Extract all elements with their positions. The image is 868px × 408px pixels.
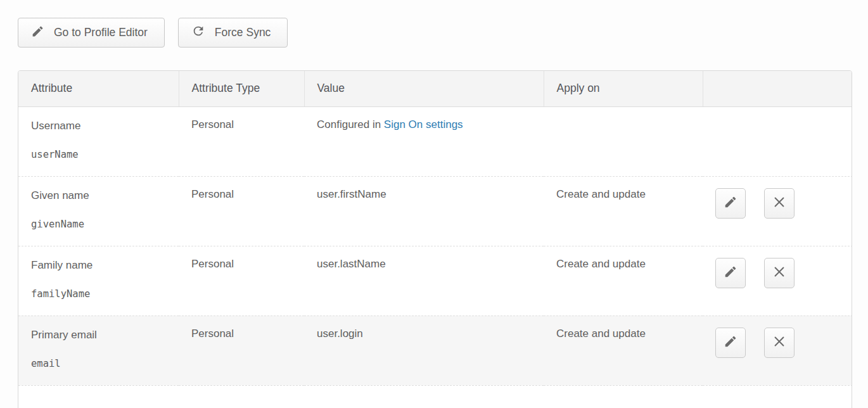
table-row: Primary email email Personal user.login … bbox=[18, 316, 852, 385]
attribute-cell: Primary email email bbox=[18, 316, 179, 385]
pencil-icon bbox=[31, 25, 44, 41]
attribute-type-cell: Personal bbox=[179, 246, 304, 316]
go-to-profile-editor-label: Go to Profile Editor bbox=[54, 26, 148, 39]
force-sync-button[interactable]: Force Sync bbox=[178, 18, 288, 48]
header-attribute-type: Attribute Type bbox=[179, 71, 304, 106]
attribute-cell: Given name givenName bbox=[18, 176, 179, 246]
delete-attribute-button[interactable] bbox=[764, 188, 795, 219]
table-row bbox=[18, 385, 852, 408]
close-icon bbox=[772, 265, 786, 281]
attribute-mapping-table: Attribute Attribute Type Value Apply on … bbox=[18, 70, 852, 408]
actions-cell bbox=[703, 246, 852, 316]
header-value: Value bbox=[304, 71, 544, 106]
attribute-name: email bbox=[31, 357, 166, 370]
table-row: Family name familyName Personal user.las… bbox=[18, 246, 852, 316]
attribute-type-cell: Personal bbox=[179, 106, 304, 176]
delete-attribute-button[interactable] bbox=[764, 328, 795, 358]
attribute-name: givenName bbox=[31, 218, 166, 231]
edit-attribute-button[interactable] bbox=[715, 258, 746, 288]
attribute-name: userName bbox=[31, 148, 166, 161]
close-icon bbox=[772, 335, 786, 350]
value-cell: user.lastName bbox=[304, 246, 544, 316]
attribute-type-cell: Personal bbox=[179, 316, 304, 385]
attribute-type-cell: Personal bbox=[179, 176, 304, 246]
table-row: Given name givenName Personal user.first… bbox=[18, 176, 852, 246]
attribute-cell: Username userName bbox=[18, 106, 179, 176]
attribute-label: Given name bbox=[31, 188, 166, 203]
edit-attribute-button[interactable] bbox=[715, 188, 746, 219]
header-attribute: Attribute bbox=[18, 71, 179, 106]
edit-attribute-button[interactable] bbox=[715, 328, 746, 358]
header-apply-on: Apply on bbox=[544, 71, 703, 106]
value-cell: user.login bbox=[304, 316, 544, 385]
attribute-label: Primary email bbox=[31, 328, 166, 343]
actions-cell bbox=[703, 176, 852, 246]
apply-on-cell: Create and update bbox=[544, 176, 703, 246]
apply-on-cell: Create and update bbox=[544, 246, 703, 316]
attribute-name: familyName bbox=[31, 288, 166, 300]
apply-on-cell: Create and update bbox=[544, 316, 703, 385]
actions-cell bbox=[703, 106, 852, 176]
pencil-icon bbox=[724, 195, 737, 211]
value-cell: Configured in Sign On settings bbox=[304, 106, 544, 176]
pencil-icon bbox=[724, 335, 737, 350]
apply-on-cell bbox=[544, 106, 703, 176]
sign-on-settings-link[interactable]: Sign On settings bbox=[384, 118, 463, 131]
delete-attribute-button[interactable] bbox=[764, 258, 795, 288]
attribute-cell: Family name familyName bbox=[18, 246, 179, 316]
value-cell: user.firstName bbox=[304, 176, 544, 246]
attribute-label: Family name bbox=[31, 258, 166, 273]
force-sync-label: Force Sync bbox=[215, 26, 271, 39]
go-to-profile-editor-button[interactable]: Go to Profile Editor bbox=[18, 18, 165, 48]
refresh-icon bbox=[191, 24, 205, 41]
close-icon bbox=[772, 195, 786, 211]
header-actions bbox=[703, 71, 852, 106]
value-text: Configured in bbox=[317, 118, 381, 131]
actions-cell bbox=[703, 316, 852, 385]
table-header: Attribute Attribute Type Value Apply on bbox=[18, 71, 852, 106]
table-row: Username userName Personal Configured in… bbox=[18, 106, 852, 176]
toolbar: Go to Profile Editor Force Sync bbox=[0, 0, 868, 48]
pencil-icon bbox=[724, 265, 737, 281]
attribute-label: Username bbox=[31, 118, 166, 134]
